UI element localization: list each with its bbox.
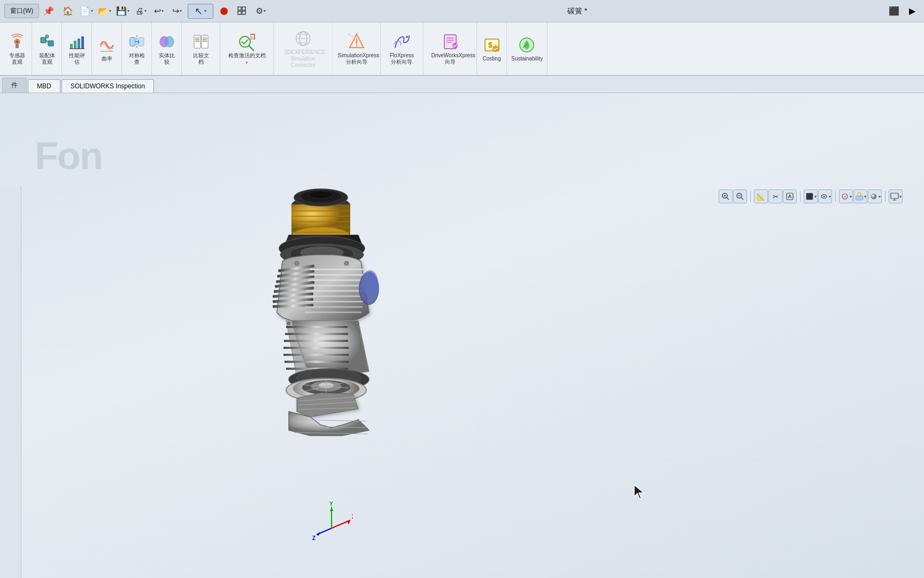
measure-icon[interactable]: 📐: [754, 189, 768, 203]
svg-rect-105: [284, 340, 348, 342]
svg-point-127: [344, 261, 349, 265]
display-style-icon[interactable]: ▾: [804, 189, 818, 203]
grid-button[interactable]: [235, 4, 250, 19]
svg-text:Z: Z: [312, 535, 315, 541]
realview-icon[interactable]: ▾: [868, 189, 882, 203]
coordinate-axes: X Y Z: [310, 501, 353, 546]
checkdoc-expand[interactable]: ▾: [245, 60, 248, 65]
zoom-area-icon[interactable]: [733, 189, 747, 203]
appearance-icon[interactable]: ▾: [839, 189, 853, 203]
ribbon-curve[interactable]: 曲率: [92, 22, 122, 75]
comparetext-label: 比较文档: [193, 52, 209, 65]
ribbon-assembly[interactable]: 装配体直观: [32, 22, 62, 75]
svg-line-55: [741, 197, 743, 200]
svg-point-65: [871, 194, 876, 199]
vt-sep4: [885, 191, 886, 202]
sustainability-label: Sustainability: [511, 56, 543, 62]
svg-point-48: [492, 45, 499, 52]
costing-icon[interactable]: $: [482, 35, 502, 55]
undo-button[interactable]: ↩▾: [151, 4, 166, 19]
open-button[interactable]: 📂▾: [97, 4, 112, 19]
svg-rect-23: [202, 35, 208, 48]
view-orient-icon[interactable]: [783, 189, 797, 203]
svg-text:Y: Y: [329, 501, 333, 507]
home-button[interactable]: 🏠: [60, 4, 75, 19]
display-monitor-icon[interactable]: ▾: [889, 189, 903, 203]
tab-row: 件 MBD SOLIDWORKS Inspection: [0, 76, 924, 93]
svg-point-5: [16, 41, 18, 43]
svg-rect-92: [310, 269, 364, 270]
measure-group: 📐 ✂: [754, 189, 797, 203]
symmetry-icon[interactable]: [127, 32, 147, 51]
simulationxpress-label: SimulationXpress分析向导: [338, 52, 375, 65]
new-button[interactable]: 📄▾: [79, 4, 94, 19]
ribbon-simulationxpress[interactable]: SimulationXpress分析向导: [333, 22, 381, 75]
svg-point-45: [452, 43, 458, 48]
svg-rect-12: [74, 41, 76, 49]
section-icon[interactable]: ✂: [768, 189, 782, 203]
svg-point-10: [45, 35, 49, 38]
title-bar: 窗口(W) 📌 🏠 📄▾ 📂▾ 💾▾ 🖨▾ ↩▾ ↪▾ ↖▾: [0, 0, 924, 22]
ribbon-comparetext[interactable]: 比较文档: [182, 22, 220, 75]
tab-mbd[interactable]: MBD: [28, 79, 60, 93]
curve-label: 曲率: [102, 56, 112, 62]
appearance-group: ▾ ▾ ▾: [839, 189, 882, 203]
window-menu-button[interactable]: 窗口(W): [4, 4, 39, 18]
ribbon-floxpress[interactable]: FloXpress分析向导: [381, 22, 424, 75]
ribbon-performance[interactable]: 性能评估: [62, 22, 92, 75]
svg-text:X: X: [352, 514, 353, 520]
ribbon-checkdoc[interactable]: 检查激活的文档 ▾: [220, 22, 274, 75]
redo-button[interactable]: ↪▾: [170, 4, 184, 19]
solidcompare-icon[interactable]: [157, 32, 176, 51]
display-monitor-group: ▾: [889, 189, 903, 203]
ribbon-sustainability[interactable]: Sustainability: [507, 22, 548, 75]
ribbon-driveworks[interactable]: DriveWorksXpress向导: [424, 22, 477, 75]
hide-show-icon[interactable]: ▾: [818, 189, 832, 203]
save-button[interactable]: 💾▾: [115, 4, 130, 19]
svg-rect-59: [806, 193, 813, 200]
svg-marker-139: [634, 485, 644, 499]
svg-rect-17: [130, 37, 135, 46]
tab-part[interactable]: 件: [2, 78, 27, 93]
ribbon-solidcompare[interactable]: 实体比较: [152, 22, 182, 75]
pin-icon[interactable]: 📌: [41, 4, 56, 19]
canvas-area[interactable]: Fon 📐 ✂ ▾ ▾: [0, 93, 924, 578]
svg-rect-97: [305, 295, 364, 297]
settings-button[interactable]: ⚙▾: [253, 4, 268, 19]
curve-icon[interactable]: [97, 35, 117, 55]
assembly-icon[interactable]: [37, 32, 57, 51]
performance-icon[interactable]: [67, 32, 87, 51]
svg-rect-2: [238, 11, 241, 14]
vt-sep1: [750, 191, 751, 202]
svg-marker-134: [330, 507, 333, 511]
svg-rect-6: [16, 44, 19, 48]
simulationxpress-icon[interactable]: [347, 32, 366, 51]
comparetext-icon[interactable]: [191, 32, 211, 51]
svg-rect-63: [856, 196, 863, 200]
floxpress-icon[interactable]: [392, 32, 412, 51]
title-bar-left: 窗口(W) 📌: [4, 4, 56, 19]
zoom-fit-icon[interactable]: [719, 189, 733, 203]
scene-icon[interactable]: ▾: [853, 189, 867, 203]
ribbon-costing[interactable]: $ Costing: [477, 22, 507, 75]
sustainability-icon[interactable]: [517, 35, 536, 55]
performance-label: 性能评估: [69, 52, 85, 65]
floxpress-label: FloXpress分析向导: [390, 52, 414, 65]
command-icon[interactable]: ▶: [905, 4, 920, 19]
svg-rect-22: [194, 35, 201, 48]
stop-record-button[interactable]: [217, 4, 232, 19]
svg-rect-108: [284, 361, 349, 363]
svg-point-64: [858, 193, 861, 196]
title-search-icon[interactable]: ⬛: [887, 4, 902, 19]
print-button[interactable]: 🖨▾: [133, 4, 148, 19]
document-title: 碳簧 *: [268, 6, 887, 16]
svg-rect-107: [283, 354, 349, 356]
ribbon-sensor[interactable]: 专感器直观: [2, 22, 32, 75]
view-toolbar: 📐 ✂ ▾ ▾ ▾ ▾: [719, 189, 903, 203]
select-cursor-button[interactable]: ↖▾: [188, 4, 213, 19]
ribbon-symmetry[interactable]: 对称检查: [122, 22, 152, 75]
checkdoc-icon[interactable]: [234, 32, 260, 51]
sensor-icon[interactable]: [7, 32, 27, 51]
tab-inspection[interactable]: SOLIDWORKS Inspection: [61, 79, 154, 93]
driveworks-icon[interactable]: [441, 32, 460, 51]
